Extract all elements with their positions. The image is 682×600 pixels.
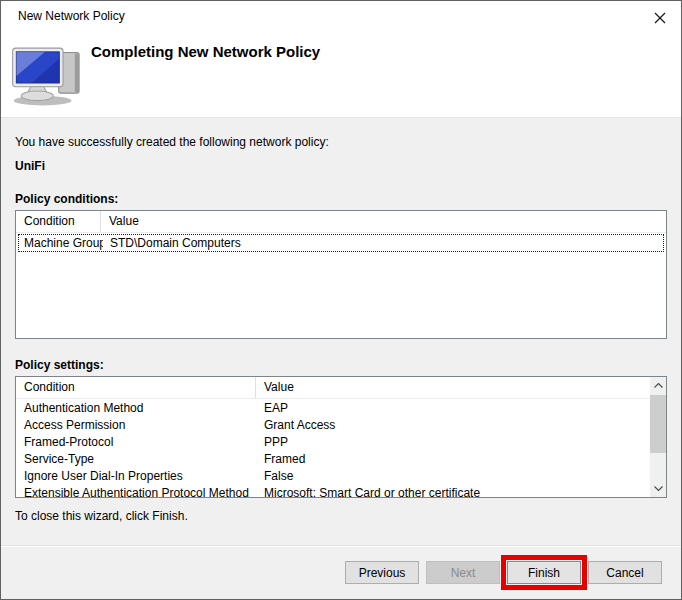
condition-cell: Extensible Authentication Protocol Metho… (16, 486, 256, 499)
value-cell: Microsoft: Smart Card or other certifica… (256, 486, 649, 499)
wizard-content: You have successfully created the follow… (1, 119, 681, 523)
vertical-scrollbar[interactable] (649, 377, 666, 497)
column-header-condition[interactable]: Condition (16, 377, 256, 398)
table-row[interactable]: Access Permission Grant Access (16, 416, 649, 433)
column-header-value[interactable]: Value (256, 377, 649, 398)
wizard-banner: New Network Policy (1, 1, 681, 118)
condition-cell: Framed-Protocol (16, 435, 256, 449)
condition-cell: Authentication Method (16, 401, 256, 415)
conditions-table: Condition Value Machine Groups STD\Domai… (15, 210, 667, 339)
table-row[interactable]: Service-Type Framed (16, 450, 649, 467)
condition-cell: Access Permission (16, 418, 256, 432)
next-button: Next (426, 561, 500, 584)
close-button[interactable] (650, 8, 670, 28)
table-row[interactable]: Framed-Protocol PPP (16, 433, 649, 450)
intro-text: You have successfully created the follow… (15, 135, 667, 149)
settings-table: Condition Value Authentication Method EA… (15, 376, 667, 498)
column-header-value[interactable]: Value (101, 211, 666, 232)
conditions-label: Policy conditions: (15, 192, 667, 206)
chevron-up-icon (654, 383, 663, 388)
scrollbar-thumb[interactable] (650, 395, 666, 453)
table-row[interactable]: Authentication Method EAP (16, 399, 649, 416)
table-row[interactable]: Ignore User Dial-In Properties False (16, 467, 649, 484)
page-title: Completing New Network Policy (91, 43, 320, 60)
red-highlight-annotation: Finish (501, 555, 587, 590)
value-cell: Framed (256, 452, 649, 466)
button-bar: Previous Next Finish Cancel (1, 545, 681, 599)
value-cell: PPP (256, 435, 649, 449)
conditions-table-header: Condition Value (16, 211, 666, 233)
table-row[interactable]: Extensible Authentication Protocol Metho… (16, 484, 649, 498)
scroll-up-button[interactable] (650, 377, 666, 394)
chevron-down-icon (654, 486, 663, 491)
settings-label: Policy settings: (15, 358, 667, 372)
window-title: New Network Policy (18, 9, 125, 23)
value-cell: STD\Domain Computers (103, 236, 663, 250)
table-row[interactable]: Machine Groups STD\Domain Computers (18, 234, 664, 252)
settings-table-header: Condition Value (16, 377, 649, 399)
scroll-down-button[interactable] (650, 480, 666, 497)
close-icon (654, 12, 666, 24)
value-cell: EAP (256, 401, 649, 415)
value-cell: False (256, 469, 649, 483)
condition-cell: Ignore User Dial-In Properties (16, 469, 256, 483)
finish-button[interactable]: Finish (507, 561, 581, 584)
previous-button[interactable]: Previous (345, 561, 419, 584)
new-network-policy-dialog: New Network Policy (0, 0, 682, 600)
wizard-hint-text: To close this wizard, click Finish. (15, 509, 667, 523)
computer-icon (10, 46, 86, 110)
column-header-condition[interactable]: Condition (16, 211, 101, 232)
policy-name: UniFi (15, 159, 667, 173)
condition-cell: Machine Groups (19, 236, 103, 250)
condition-cell: Service-Type (16, 452, 256, 466)
value-cell: Grant Access (256, 418, 649, 432)
cancel-button[interactable]: Cancel (588, 561, 662, 584)
